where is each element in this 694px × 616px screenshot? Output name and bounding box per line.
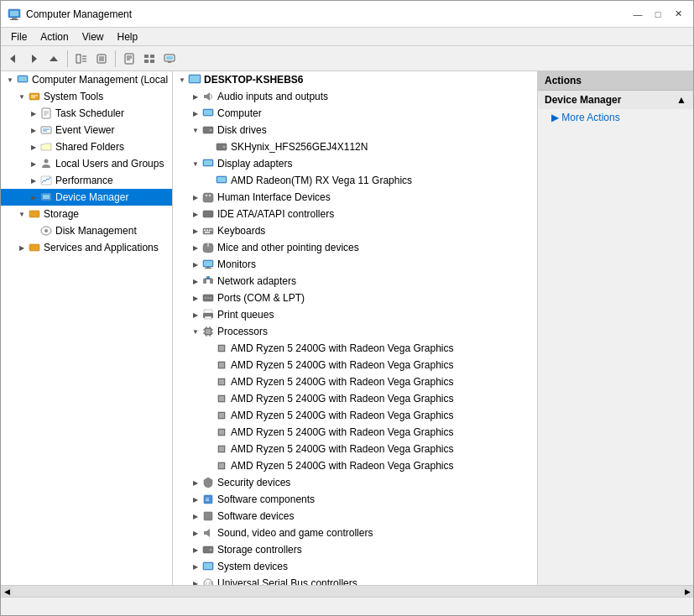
network-label: Network adapters [217,275,296,287]
monitors-item[interactable]: ▶ Monitors [173,256,537,273]
maximize-button[interactable]: □ [650,6,666,23]
property-button[interactable] [92,50,111,68]
menu-view[interactable]: View [76,29,111,44]
menu-bar: File Action View Help [1,28,693,46]
amd-radeon-label: AMD Radeon(TM) RX Vega 11 Graphics [231,175,412,186]
up-button[interactable] [44,50,63,68]
computer-expand: ▶ [190,107,201,119]
hid-item[interactable]: ▶ Human Interface Devices [173,189,537,206]
menu-action[interactable]: Action [34,29,75,44]
cpu-4-icon [215,409,228,422]
audio-item[interactable]: ▶ Audio inputs and outputs [173,88,537,105]
svg-rect-3 [10,19,18,20]
scroll-track[interactable] [13,586,681,598]
left-pane-root[interactable]: ▼ Computer Management (Local [1,71,172,88]
disk-management-item[interactable]: ▶ Disk Management [1,222,172,239]
svg-rect-21 [144,60,149,63]
svg-rect-114 [204,512,212,520]
cpu-7-item[interactable]: ▶ AMD Ryzen 5 2400G with Radeon Vega Gra… [173,457,537,474]
close-button[interactable]: ✕ [670,6,686,23]
local-users-item[interactable]: ▶ Local Users and Groups [1,155,172,172]
cpu-6-item[interactable]: ▶ AMD Ryzen 5 2400G with Radeon Vega Gra… [173,441,537,457]
svg-rect-85 [205,316,211,319]
software-components-item[interactable]: ▶ ≡ Software components [173,491,537,508]
monitors-expand: ▶ [190,258,201,270]
processors-item[interactable]: ▼ Processors [173,323,537,340]
display-adapters-item[interactable]: ▼ Display adapters [173,155,537,172]
svg-rect-107 [219,430,224,435]
storage-item[interactable]: ▼ Storage [1,206,172,222]
svg-point-80 [205,297,206,299]
usb-item[interactable]: ▶ USB Universal Serial Bus controllers [173,575,537,585]
mice-item[interactable]: ▶ Mice and other pointing devices [173,239,537,256]
svg-rect-111 [219,463,224,468]
horizontal-scrollbar[interactable]: ◀ ▶ [1,585,693,597]
svg-rect-65 [206,230,208,232]
system-tools-item[interactable]: ▼ System Tools [1,88,172,105]
disk-drives-item[interactable]: ▼ Disk drives [173,122,537,138]
svg-rect-63 [203,228,213,234]
cpu-3-item[interactable]: ▶ AMD Ryzen 5 2400G with Radeon Vega Gra… [173,390,537,407]
device-root-item[interactable]: ▼ DESKTOP-KSHEBS6 [173,71,537,88]
show-hide-tree-button[interactable] [72,50,91,68]
software-devices-item[interactable]: ▶ Software devices [173,508,537,525]
event-viewer-icon [39,123,53,137]
main-window: Computer Management — □ ✕ File Action Vi… [0,0,694,616]
svg-rect-57 [204,160,212,165]
sound-item[interactable]: ▶ Sound, video and game controllers [173,525,537,541]
svg-rect-76 [210,279,213,284]
more-actions-item[interactable]: ▶ More Actions [538,109,693,126]
performance-item[interactable]: ▶ Performance [1,172,172,189]
task-scheduler-item[interactable]: ▶ Task Scheduler [1,105,172,122]
services-label: Services and Applications [44,242,159,253]
storage-ctrl-item[interactable]: ▶ Storage controllers [173,541,537,558]
skhynix-item[interactable]: ▶ SKHynix_HFS256GEJ4X112N [173,138,537,155]
menu-help[interactable]: Help [111,29,145,44]
storage-ctrl-expand: ▶ [190,544,201,556]
cpu-2-item[interactable]: ▶ AMD Ryzen 5 2400G with Radeon Vega Gra… [173,373,537,390]
device-manager-item[interactable]: ▶ Device Manager [1,189,172,206]
svg-rect-120 [204,563,212,569]
network-item[interactable]: ▶ Network adapters [173,273,537,290]
back-button[interactable] [4,50,23,68]
svg-rect-97 [219,346,224,351]
system-devices-item[interactable]: ▶ System devices [173,558,537,575]
cpu-5-item[interactable]: ▶ AMD Ryzen 5 2400G with Radeon Vega Gra… [173,424,537,441]
print-item[interactable]: ▶ Print queues [173,306,537,323]
device-manager-action-group[interactable]: Device Manager ▲ [538,91,693,109]
svg-rect-42 [29,211,39,217]
services-item[interactable]: ▶ Services and Applications [1,239,172,256]
minimize-button[interactable]: — [629,6,646,23]
printer-icon [201,308,215,321]
shared-folders-item[interactable]: ▶ Shared Folders [1,138,172,155]
cpu-0-item[interactable]: ▶ AMD Ryzen 5 2400G with Radeon Vega Gra… [173,340,537,357]
scroll-left-button[interactable]: ◀ [1,586,13,598]
monitor-button[interactable] [160,50,179,68]
view-button[interactable] [140,50,159,68]
forward-button[interactable] [24,50,43,68]
menu-file[interactable]: File [4,29,34,44]
print-expand: ▶ [190,309,201,321]
description-button[interactable] [120,50,138,68]
ide-item[interactable]: ▶ IDE ATA/ATAPI controllers [173,206,537,222]
svg-rect-115 [204,531,206,535]
computer-management-icon [8,8,21,21]
amd-radeon-item[interactable]: ▶ AMD Radeon(TM) RX Vega 11 Graphics [173,172,537,189]
computer-dev-item[interactable]: ▶ Computer [173,105,537,122]
ports-item[interactable]: ▶ Ports (COM & LPT) [173,290,537,306]
event-viewer-item[interactable]: ▶ Event Viewer [1,122,172,138]
svg-rect-73 [205,268,211,269]
security-item[interactable]: ▶ Security devices [173,474,537,491]
svg-marker-5 [32,55,37,63]
cpu-4-item[interactable]: ▶ AMD Ryzen 5 2400G with Radeon Vega Gra… [173,407,537,424]
task-scheduler-icon [39,107,53,120]
cpu-1-item[interactable]: ▶ AMD Ryzen 5 2400G with Radeon Vega Gra… [173,357,537,373]
system-devices-label: System devices [217,561,288,572]
svg-rect-20 [150,55,154,58]
svg-rect-41 [43,195,50,199]
keyboards-item[interactable]: ▶ Keyboards [173,222,537,239]
root-device-expand: ▼ [176,74,188,86]
scroll-right-button[interactable]: ▶ [681,586,693,598]
svg-point-118 [210,549,212,551]
sw-components-icon: ≡ [201,493,215,506]
